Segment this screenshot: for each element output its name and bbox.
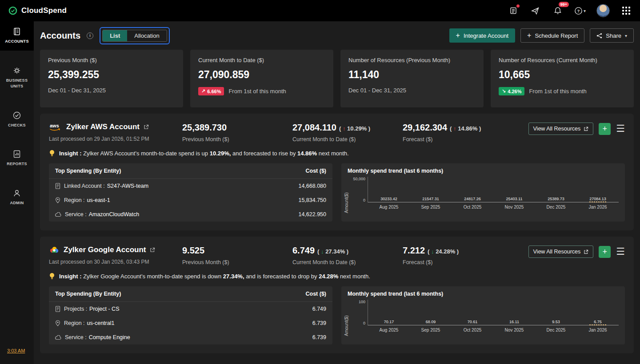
cloudspend-logo-icon (8, 6, 18, 16)
decrease-badge: ↘4.26% (499, 87, 524, 95)
arrow-down-right-icon: ↘ (502, 88, 506, 94)
cost-header: Cost ($) (305, 168, 326, 174)
top-spending-row[interactable]: Projects : Project - CS 6.749 (49, 302, 332, 316)
reports-icon (12, 150, 21, 158)
stat-forecast: 7.212 ( ↓ 24.28% ) Forecast ($) (403, 245, 513, 265)
top-spending-row[interactable]: Service : Compute Engine 6.739 (49, 330, 332, 344)
increase-badge: ↗6.66% (198, 87, 224, 95)
top-spending-title: Top Spending (By Entity) (55, 291, 121, 297)
page-title: Accounts (40, 31, 80, 41)
topbar-actions: 99+ ? ▾ (508, 4, 632, 17)
y-axis-label: Amount($) (344, 300, 349, 336)
card-previous-month: Previous Month ($) 25,399.255 Dec 01 - D… (40, 50, 183, 107)
integrate-account-button[interactable]: + Integrate Account (449, 28, 516, 43)
stat-month-to-date: 27,084.110 ( ↑ 10.29% ) Current Month to… (292, 123, 403, 142)
new-indicator-dot (516, 4, 520, 8)
sidebar-item-business-units[interactable]: BUSINESS UNITS (0, 60, 34, 95)
top-spending-row[interactable]: Region : us-east-1 15,834.750 (49, 193, 332, 207)
card-resources-previous-month: Number of Resources (Previous Month) 11,… (340, 50, 484, 107)
chart-title: Monthly spend trend (last 6 months) (341, 163, 625, 176)
plus-icon: + (456, 32, 460, 39)
last-refresh-time-link[interactable]: 3:03 AM (7, 348, 25, 353)
y-axis-ticks: 100 0 (349, 300, 368, 325)
card-subtext: Dec 01 - Dec 31, 2025 (48, 87, 106, 94)
sidebar-item-admin[interactable]: ADMIN (0, 183, 34, 212)
top-spending-row[interactable]: Linked Account : S247-AWS-team 14,668.08… (49, 179, 332, 193)
sidebar-label: BUSINESS UNITS (1, 78, 33, 90)
arrow-down-icon: ↓ (321, 248, 324, 255)
schedule-report-button[interactable]: + Schedule Report (520, 28, 584, 43)
whats-new-icon[interactable] (508, 5, 519, 16)
notifications-bell-icon[interactable]: 99+ (552, 5, 564, 16)
card-label: Previous Month ($) (48, 57, 175, 63)
view-toggle: List Allocation (102, 30, 167, 42)
account-card-google: Zylker Google Account Last processed on … (40, 237, 634, 353)
plus-icon: + (527, 32, 531, 39)
bulb-icon (49, 273, 55, 280)
card-subtext: From 1st of this month (529, 88, 586, 95)
quick-launch-icon[interactable] (530, 5, 541, 16)
sidebar-item-checks[interactable]: CHECKS (0, 105, 34, 135)
sidebar-item-reports[interactable]: REPORTS (0, 144, 34, 173)
account-header: Zylker Google Account Last processed on … (49, 245, 625, 265)
arrow-up-icon: ↑ (343, 125, 346, 132)
card-menu-icon[interactable]: ☰ (616, 124, 625, 134)
tab-allocation[interactable]: Allocation (127, 30, 166, 41)
card-current-month-to-date: Current Month to Date ($) 27,090.859 ↗6.… (190, 50, 333, 107)
account-card-aws: aws Zylker AWS Account Last processed on… (40, 114, 634, 230)
last-processed-text: Last processed on 30 Jan 2026, 03:43 PM (49, 259, 182, 265)
y-axis-label: Amount($) (344, 177, 349, 213)
sidebar-label: REPORTS (7, 161, 27, 167)
top-spending-row[interactable]: Region : us-central1 6.739 (49, 316, 332, 330)
service-cloud-icon (55, 335, 61, 340)
account-name[interactable]: Zylker Google Account (64, 245, 146, 254)
top-spending-title: Top Spending (By Entity) (55, 168, 121, 174)
notifications-count-badge: 99+ (559, 2, 569, 7)
header-actions: + Integrate Account + Schedule Report Sh… (449, 28, 634, 43)
service-cloud-icon (55, 212, 61, 217)
stat-previous-month: 25,389.730 Previous Month ($) (182, 123, 292, 142)
info-icon[interactable]: i (87, 32, 93, 39)
add-budget-button[interactable]: + (599, 246, 611, 258)
view-toggle-highlight: List Allocation (100, 27, 170, 44)
last-processed-text: Last processed on 29 Jan 2026, 01:52 PM (49, 136, 182, 142)
sidebar-item-accounts[interactable]: ACCOUNTS (0, 21, 34, 51)
view-all-resources-button[interactable]: View All Resources (528, 123, 594, 135)
add-budget-button[interactable]: + (599, 123, 611, 135)
tab-list[interactable]: List (103, 30, 127, 41)
linked-account-icon (55, 183, 60, 189)
user-avatar[interactable] (596, 4, 610, 17)
share-icon (596, 33, 602, 39)
stat-forecast: 29,162.304 ( ↑ 14.86% ) Forecast ($) (403, 123, 513, 142)
card-subtext: From 1st of this month (228, 88, 286, 95)
top-spending-panel: Top Spending (By Entity) Cost ($) Projec… (49, 286, 332, 344)
apps-grid-icon[interactable] (620, 5, 632, 16)
card-value: 27,090.859 (198, 69, 325, 81)
cloudspend-app: CloudSpend 99+ ? ▾ (0, 0, 640, 364)
top-spending-row[interactable]: Service : AmazonCloudWatch 14,622.950 (49, 207, 332, 222)
external-link-icon[interactable] (150, 247, 155, 253)
svg-text:?: ? (577, 8, 580, 13)
business-units-icon (12, 66, 21, 75)
external-link-icon[interactable] (144, 124, 149, 130)
admin-icon (12, 189, 21, 198)
share-button[interactable]: Share ▾ (590, 28, 634, 43)
projects-icon (55, 306, 60, 312)
card-label: Number of Resources (Previous Month) (348, 57, 476, 63)
card-menu-icon[interactable]: ☰ (616, 247, 625, 257)
view-all-resources-button[interactable]: View All Resources (528, 245, 594, 258)
y-axis-ticks: 50,000 0 (349, 177, 368, 202)
help-menu[interactable]: ? ▾ (574, 7, 586, 15)
arrow-up-right-icon: ↗ (201, 88, 205, 94)
brand: CloudSpend (8, 6, 67, 16)
region-pin-icon (55, 197, 60, 203)
main-content: Accounts i List Allocation + Integrate A… (34, 21, 640, 364)
summary-cards: Previous Month ($) 25,399.255 Dec 01 - D… (40, 50, 634, 107)
x-axis-labels: Aug 2025 Sep 2025 Oct 2025 Nov 2025 Dec … (368, 325, 619, 336)
account-name[interactable]: Zylker AWS Account (66, 123, 140, 131)
chevron-down-icon: ▾ (584, 8, 586, 13)
sidebar: ACCOUNTS BUSINESS UNITS CHECKS REPORTS A… (0, 21, 34, 364)
card-subtext: Dec 01 - Dec 31, 2025 (348, 87, 406, 94)
chart-title: Monthly spend trend (last 6 months) (341, 286, 625, 299)
aws-logo-icon: aws (49, 123, 62, 131)
